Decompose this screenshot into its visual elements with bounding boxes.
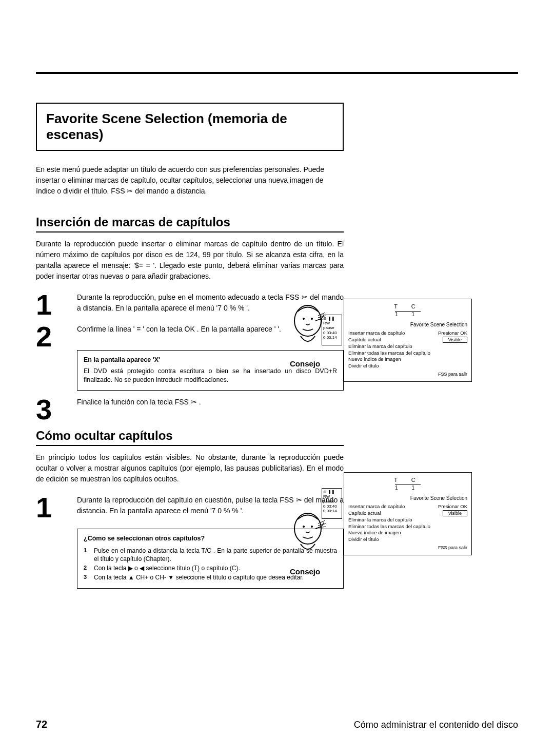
svg-point-4 [303,526,305,528]
osd-tc-header: T C [348,303,467,310]
tip-num: 3 [84,573,94,581]
section1-paragraph: Durante la reproducción puede insertar o… [36,239,344,282]
osd-cell: Presionar OK [438,330,467,336]
step-number: 2 [36,324,77,350]
svg-point-0 [294,305,321,336]
osd-visible-badge: Visible [443,337,467,343]
page-footer: 72 Cómo administrar el contenido del dis… [36,719,518,730]
osd-tc-nums: 1 1 [395,484,421,491]
osd-cell: Capítulo actual [348,510,381,517]
consejo-label: Consejo [290,567,320,576]
osd-visible-badge: Visible [443,510,467,517]
svg-point-5 [311,526,313,528]
step-body: Finalice la función con la tecla FSS ✂ . [77,397,344,408]
osd-side-line: RW pause [323,321,341,330]
osd-cell: Capítulo actual [348,337,381,343]
osd-side-line: 0:00:14 [323,509,341,513]
tip-num: 2 [84,564,94,572]
osd-row: Eliminar la marca del capítulo [348,517,467,522]
osd-row: Insertar marca de capítuloPresionar OK [348,330,467,336]
osd-side-line: ⊛ ❚❚ [323,316,341,321]
consejo-text: Consejo [290,359,320,368]
osd-side-line: 0:03:40 [323,331,341,335]
main-title: Favorite Scene Selection (memoria de esc… [46,111,333,143]
footer-title: Cómo administrar el contenido del disco [354,720,518,730]
page-content: Favorite Scene Selection (memoria de esc… [36,103,518,589]
osd-cell: Presionar OK [438,503,467,509]
page-number: 72 [36,719,47,730]
osd-footer: FSS para salir [348,372,467,377]
osd-side-line: 0:03:40 [323,504,341,509]
osd-row: Dividir el título [348,363,467,369]
osd-tc-nums: 1 1 [395,311,421,318]
consejo-text: Consejo [290,567,320,576]
osd-box: ⊛ ❚❚ RW pause 0:03:40 0:00:14 T C 1 1 Fa… [344,472,472,555]
osd-box: ⊛ ❚❚ RW pause 0:03:40 0:00:14 T C 1 1 Fa… [344,299,472,382]
osd-row: Dividir el título [348,536,467,542]
step-number: 1 [36,495,77,520]
osd-cell: Eliminar la marca del capítulo [348,343,412,349]
osd-row: Capítulo actualVisible [348,510,467,517]
osd-title: Favorite Scene Selection [348,322,467,328]
osd-row: Eliminar todas las marcas del capítulo [348,524,467,529]
osd-cell: Nuevo índice de imagen [348,356,401,362]
osd-title: Favorite Scene Selection [348,495,467,501]
osd-row: Nuevo índice de imagen [348,356,467,362]
header-rule [36,72,518,74]
osd-cell: Eliminar todas las marcas del capítulo [348,350,430,356]
osd-side-line: RW pause [323,494,341,503]
svg-point-2 [311,318,313,320]
osd-side-line: ⊛ ❚❚ [323,490,341,494]
section1-heading: Inserción de marcas de capítulos [36,215,344,232]
osd-footer: FSS para salir [348,545,467,551]
step-number: 3 [36,397,77,422]
svg-point-3 [294,513,321,544]
tip-num: 1 [84,547,94,563]
step-row: 3 Finalice la función con la tecla FSS ✂… [36,397,344,422]
osd-cell: Eliminar la marca del capítulo [348,517,412,522]
osd-cell: Insertar marca de capítulo [348,330,405,336]
osd-row: Eliminar todas las marcas del capítulo [348,350,467,356]
osd-row: Eliminar la marca del capítulo [348,343,467,349]
osd-sidebox: ⊛ ❚❚ RW pause 0:03:40 0:00:14 [322,488,342,519]
main-title-box: Favorite Scene Selection (memoria de esc… [36,103,344,151]
osd-row: Insertar marca de capítuloPresionar OK [348,503,467,509]
osd-cell: Eliminar todas las marcas del capítulo [348,524,430,529]
tip-body: El DVD está protegido contra escritura o… [84,367,337,385]
section2-paragraph: En principio todos los capítulos están v… [36,452,344,484]
osd-cell: Dividir el título [348,536,379,542]
osd-cell: Dividir el título [348,363,379,369]
consejo-label: Consejo [290,359,320,369]
step-text: Confirme la línea ' = ' con la tecla OK … [77,325,281,333]
osd-side-line: 0:00:14 [323,335,341,340]
section2-heading: Cómo ocultar capítulos [36,429,344,446]
osd-cell: Nuevo índice de imagen [348,530,401,535]
osd-sidebox: ⊛ ❚❚ RW pause 0:03:40 0:00:14 [322,315,342,345]
osd-cell: Insertar marca de capítulo [348,503,405,509]
step-number: 1 [36,292,77,318]
osd-panel-2: ⊛ ❚❚ RW pause 0:03:40 0:00:14 T C 1 1 Fa… [344,472,472,555]
intro-paragraph: En este menú puede adaptar un título de … [36,164,344,197]
svg-point-1 [303,318,305,320]
osd-panel-1: ⊛ ❚❚ RW pause 0:03:40 0:00:14 T C 1 1 Fa… [344,299,472,382]
osd-tc-header: T C [348,477,467,483]
osd-row: Nuevo índice de imagen [348,530,467,535]
osd-row: Capítulo actualVisible [348,337,467,343]
